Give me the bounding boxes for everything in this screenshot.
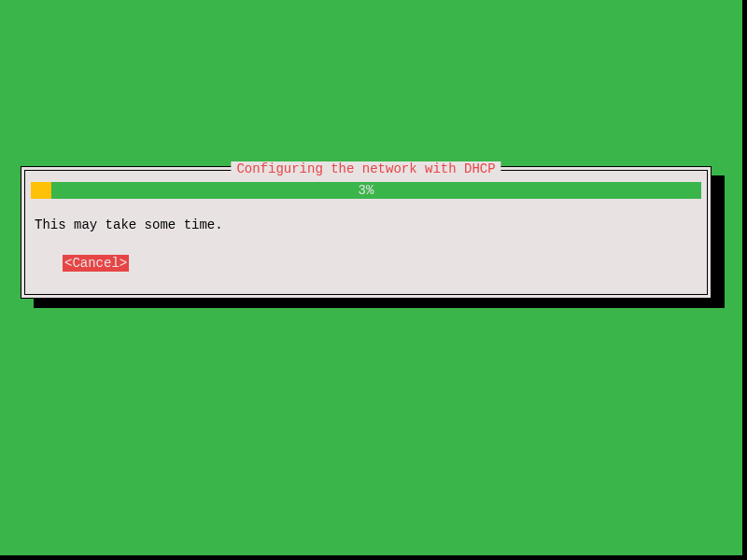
screen-right-border — [742, 0, 747, 560]
progress-bar-remaining — [51, 182, 701, 199]
dhcp-config-dialog: Configuring the network with DHCP 3% Thi… — [21, 166, 712, 299]
progress-percent-label: 3% — [359, 183, 374, 198]
progress-bar: 3% — [31, 182, 701, 199]
dialog-title: Configuring the network with DHCP — [231, 161, 500, 176]
progress-bar-done — [31, 182, 51, 199]
cancel-button[interactable]: <Cancel> — [63, 255, 129, 272]
dialog-inner: Configuring the network with DHCP 3% Thi… — [24, 170, 708, 295]
dialog-subtext: This may take some time. — [35, 217, 701, 232]
screen-bottom-border — [0, 555, 747, 560]
